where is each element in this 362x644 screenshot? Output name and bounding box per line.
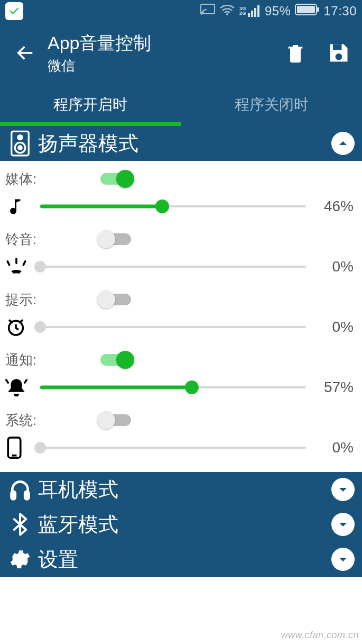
svg-point-1 bbox=[226, 13, 228, 15]
volume-row-system: 系统: 0% bbox=[0, 406, 362, 467]
speaker-icon bbox=[7, 131, 33, 156]
bell-icon bbox=[5, 376, 37, 398]
volume-label-media: 媒体: bbox=[5, 170, 100, 188]
toggle-notif[interactable] bbox=[100, 354, 131, 366]
volume-row-notif: 通知: 57% bbox=[0, 346, 362, 406]
app-indicator-icon bbox=[5, 2, 23, 20]
section-bluetooth-title: 蓝牙模式 bbox=[38, 511, 331, 538]
delete-button[interactable] bbox=[283, 40, 308, 66]
section-settings-header[interactable]: 设置 bbox=[0, 542, 362, 577]
volume-label-ring: 铃音: bbox=[5, 230, 100, 249]
slider-ring[interactable] bbox=[40, 259, 306, 274]
slider-system[interactable] bbox=[40, 440, 306, 455]
bluetooth-icon bbox=[7, 512, 33, 537]
battery-icon bbox=[295, 4, 319, 19]
toggle-alert[interactable] bbox=[100, 294, 131, 305]
volume-list: 媒体: 46% 铃音: 0% bbox=[0, 161, 362, 472]
save-button[interactable] bbox=[326, 40, 351, 66]
svg-point-10 bbox=[336, 53, 342, 60]
network-icon: 3G2G bbox=[239, 5, 261, 17]
svg-point-14 bbox=[18, 146, 22, 150]
music-note-icon bbox=[5, 196, 37, 217]
tab-on-close-label: 程序关闭时 bbox=[235, 95, 309, 115]
svg-rect-4 bbox=[254, 8, 256, 17]
collapse-speaker-button[interactable] bbox=[331, 132, 355, 155]
status-bar: 3G2G 95% 17:30 bbox=[0, 0, 362, 22]
watermark: www.cfan.com.cn bbox=[281, 630, 359, 641]
toggle-system[interactable] bbox=[100, 414, 131, 426]
clock: 17:30 bbox=[323, 4, 357, 19]
alarm-clock-icon bbox=[5, 316, 37, 338]
svg-rect-2 bbox=[248, 13, 250, 17]
cast-icon bbox=[200, 4, 215, 19]
page-subtitle: 微信 bbox=[48, 57, 283, 75]
headphone-icon bbox=[7, 477, 33, 502]
section-headphone-title: 耳机模式 bbox=[38, 476, 331, 503]
volume-row-media: 媒体: 46% bbox=[0, 165, 362, 225]
percent-media: 46% bbox=[311, 198, 354, 215]
svg-rect-8 bbox=[317, 7, 319, 12]
percent-notif: 57% bbox=[311, 379, 354, 396]
svg-rect-19 bbox=[25, 492, 29, 500]
volume-row-ring: 铃音: 0% bbox=[0, 225, 362, 286]
toggle-ring[interactable] bbox=[100, 233, 131, 245]
wifi-icon bbox=[219, 4, 235, 19]
expand-headphone-button[interactable] bbox=[331, 478, 355, 501]
percent-system: 0% bbox=[311, 439, 354, 456]
section-speaker-title: 扬声器模式 bbox=[38, 130, 331, 157]
volume-label-system: 系统: bbox=[5, 411, 100, 430]
battery-percent: 95% bbox=[265, 4, 291, 19]
section-bluetooth-header[interactable]: 蓝牙模式 bbox=[0, 507, 362, 542]
volume-row-alert: 提示: 0% bbox=[0, 286, 362, 346]
svg-rect-18 bbox=[12, 492, 15, 500]
svg-rect-3 bbox=[251, 11, 253, 17]
phone-icon bbox=[5, 436, 37, 459]
back-button[interactable] bbox=[11, 38, 40, 68]
section-headphone-header[interactable]: 耳机模式 bbox=[0, 472, 362, 507]
phone-ring-icon bbox=[5, 256, 37, 277]
tab-on-close[interactable]: 程序关闭时 bbox=[181, 84, 363, 126]
gear-icon bbox=[7, 547, 33, 572]
svg-point-12 bbox=[18, 135, 22, 140]
section-speaker-header[interactable]: 扬声器模式 bbox=[0, 126, 362, 161]
tab-on-start-label: 程序开启时 bbox=[53, 95, 127, 115]
slider-media[interactable] bbox=[40, 199, 306, 214]
page-title: App音量控制 bbox=[48, 31, 283, 56]
toolbar: App音量控制 微信 bbox=[0, 22, 362, 84]
tab-on-start[interactable]: 程序开启时 bbox=[0, 84, 181, 126]
slider-alert[interactable] bbox=[40, 320, 306, 334]
tabs: 程序开启时 程序关闭时 bbox=[0, 84, 362, 126]
section-settings-title: 设置 bbox=[38, 546, 331, 573]
expand-settings-button[interactable] bbox=[331, 548, 355, 571]
volume-label-notif: 通知: bbox=[5, 351, 100, 369]
svg-rect-9 bbox=[333, 44, 342, 50]
percent-ring: 0% bbox=[311, 258, 354, 275]
expand-bluetooth-button[interactable] bbox=[331, 513, 355, 536]
svg-rect-5 bbox=[257, 5, 259, 17]
percent-alert: 0% bbox=[311, 319, 354, 335]
slider-notif[interactable] bbox=[40, 380, 306, 395]
volume-label-alert: 提示: bbox=[5, 291, 100, 309]
toggle-media[interactable] bbox=[100, 173, 131, 185]
svg-rect-7 bbox=[297, 6, 315, 13]
